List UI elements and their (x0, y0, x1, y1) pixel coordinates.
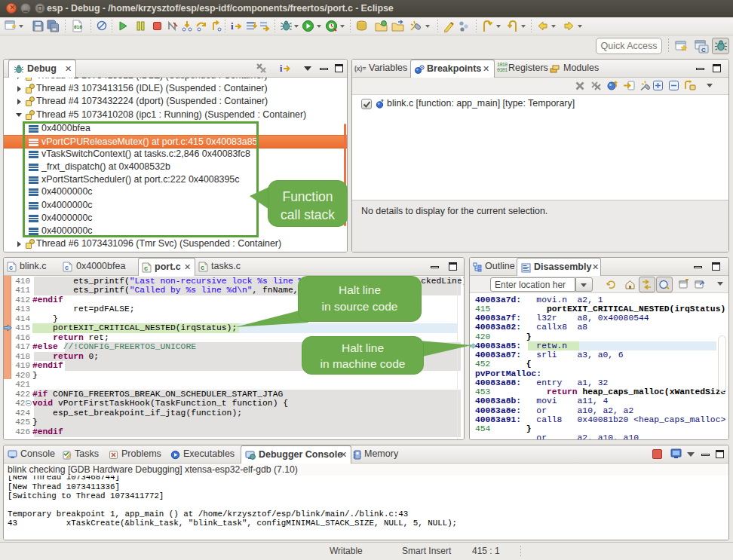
svg-text:i: i (231, 20, 234, 32)
svg-text:010: 010 (74, 24, 82, 29)
svg-text:i: i (280, 63, 283, 74)
svg-text:c: c (65, 264, 69, 271)
svg-text:c: c (9, 264, 13, 271)
svg-text:C: C (701, 47, 706, 54)
svg-text:c: c (201, 264, 204, 271)
svg-text:c: c (144, 265, 148, 272)
